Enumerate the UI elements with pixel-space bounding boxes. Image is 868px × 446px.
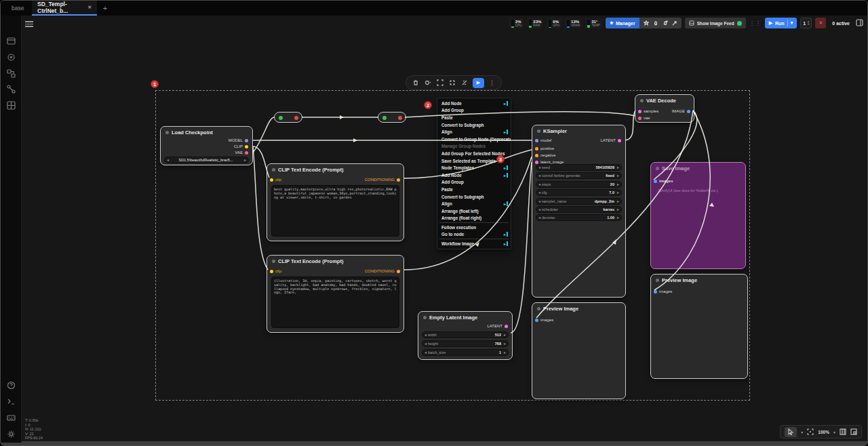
menu-item-go-to-node[interactable]: Go to node▸ — [437, 231, 511, 239]
increment-icon[interactable]: ▸ — [617, 182, 619, 186]
menu-item-arrange-float-left[interactable]: Arrange (float left) — [437, 207, 511, 215]
menu-item-add-group-2[interactable]: Add Group — [437, 179, 511, 186]
minimap-toggle-icon[interactable] — [850, 426, 857, 438]
increment-icon[interactable]: ▸ — [617, 174, 619, 178]
input-images[interactable]: images — [654, 179, 673, 183]
menu-item-align-2[interactable]: Align▸ — [437, 200, 511, 207]
output-conditioning[interactable]: CONDITIONING — [365, 269, 400, 273]
collapsed-node-2[interactable] — [378, 112, 406, 123]
color-circle-icon[interactable] — [424, 79, 431, 87]
bell-alert-icon[interactable] — [663, 20, 668, 26]
decrement-icon[interactable]: ◂ — [538, 199, 540, 203]
prompt-textarea[interactable]: illustration, 3d, sepia, painting, carto… — [271, 277, 399, 328]
collapse-dot-icon[interactable] — [537, 307, 540, 310]
collapse-icon[interactable] — [448, 79, 456, 87]
tab-base[interactable]: base — [6, 1, 32, 16]
decrement-icon[interactable]: ◂ — [425, 342, 427, 346]
menu-item-workflow-image[interactable]: Workflow Image▸ — [437, 240, 511, 247]
output-latent[interactable]: LATENT — [487, 324, 508, 328]
unlink-icon[interactable] — [460, 79, 468, 87]
input-samples[interactable]: samples — [638, 109, 658, 113]
input-clip[interactable]: clip — [270, 269, 281, 273]
sidebar-node-library-icon[interactable] — [6, 52, 16, 62]
node-clip-text-encode-negative[interactable]: CLIP Text Encode (Prompt) clip CONDITION… — [267, 255, 404, 333]
control-before-generate-widget[interactable]: ◂ control before generate fixed ▸ — [536, 172, 622, 179]
menu-item-add-group[interactable]: Add Group — [437, 107, 511, 115]
output-latent[interactable]: LATENT — [600, 138, 621, 142]
node-preview-image-mid[interactable]: Preview Image images — [532, 302, 626, 399]
run-button[interactable]: ▶ Run ▾ — [765, 18, 797, 28]
menu-item-convert-to-subgraph-2[interactable]: Convert to Subgraph — [437, 193, 511, 201]
delete-icon[interactable] — [412, 79, 419, 87]
zoom-level[interactable]: 100% — [818, 430, 829, 434]
increment-icon[interactable]: ▸ — [617, 199, 619, 203]
collapse-dot-icon[interactable] — [165, 131, 169, 134]
run-selected-button[interactable]: ▶ — [473, 78, 484, 88]
sidebar-templates-icon[interactable] — [6, 100, 16, 110]
increment-icon[interactable]: ▸ — [504, 350, 506, 354]
pointer-tool-options-icon[interactable]: ▾ — [801, 430, 803, 434]
sidebar-terminal-icon[interactable] — [6, 397, 16, 407]
width-widget[interactable]: ◂ width 512 ▸ — [422, 331, 509, 338]
bell-icon[interactable] — [653, 20, 658, 26]
denoise-widget[interactable]: ◂ denoise 1.00 ▸ — [536, 214, 622, 221]
input-dot[interactable] — [279, 116, 283, 120]
input-images[interactable]: images — [654, 289, 672, 293]
toggle-panel-icon[interactable] — [856, 17, 863, 29]
output-image[interactable]: IMAGE — [672, 109, 690, 113]
node-ksampler[interactable]: KSampler LATENT model positive negative … — [532, 125, 626, 298]
seed-widget[interactable]: ◂ seed 584105828 ▸ — [536, 164, 622, 171]
output-model[interactable]: MODEL — [229, 138, 248, 142]
menu-item-follow-execution[interactable]: Follow execution — [437, 224, 511, 231]
node-empty-latent-image[interactable]: Empty Latent Image LATENT ◂ width 512 ▸ … — [418, 311, 513, 360]
height-widget[interactable]: ◂ height 768 ▸ — [422, 340, 509, 347]
decrement-icon[interactable]: ◂ — [425, 350, 427, 354]
node-load-checkpoint[interactable]: Load Checkpoint MODEL CLIP VAE ◂ SD1.5\b… — [160, 126, 253, 165]
output-clip[interactable]: CLIP — [234, 144, 248, 148]
collapse-dot-icon[interactable] — [272, 168, 275, 171]
menu-item-node-templates[interactable]: Node Templates▸ — [437, 164, 511, 171]
output-dot[interactable] — [294, 116, 298, 120]
drag-handle-icon[interactable]: ⋮⋮ — [749, 20, 762, 26]
grid-toggle-icon[interactable] — [840, 426, 846, 438]
input-negative[interactable]: negative — [535, 153, 556, 157]
scheduler-widget[interactable]: ◂ scheduler karras ▸ — [536, 206, 622, 213]
pointer-tool-button[interactable] — [785, 427, 797, 437]
menu-item-arrange-float-right[interactable]: Arrange (float right) — [437, 215, 511, 222]
sidebar-settings-icon[interactable] — [6, 429, 16, 439]
node-vae-decode[interactable]: VAE Decode samples vae IMAGE — [635, 94, 694, 123]
decrement-icon[interactable]: ◂ — [538, 190, 540, 195]
fit-view-icon[interactable] — [807, 426, 814, 438]
increment-icon[interactable]: ▸ — [617, 190, 619, 195]
sidebar-model-library-icon[interactable] — [6, 68, 16, 79]
input-images[interactable]: images — [535, 318, 553, 322]
node-preview-image-right[interactable]: Preview Image images — [650, 274, 748, 379]
output-conditioning[interactable]: CONDITIONING — [365, 178, 400, 182]
sidebar-custom-nodes-icon[interactable] — [6, 84, 16, 94]
collapse-dot-icon[interactable] — [656, 167, 659, 170]
decrement-icon[interactable]: ◂ — [538, 207, 540, 211]
sidebar-help-icon[interactable] — [6, 380, 16, 390]
input-clip[interactable]: clip — [270, 178, 281, 182]
collapsed-node-1[interactable] — [274, 112, 302, 123]
close-tab-icon[interactable]: ✕ — [87, 5, 92, 10]
collapse-dot-icon[interactable] — [640, 99, 644, 102]
more-options-icon[interactable]: ⋮ — [489, 79, 495, 86]
node-clip-text-encode-positive[interactable]: CLIP Text Encode (Prompt) clip CONDITION… — [267, 163, 404, 241]
decrement-icon[interactable]: ◂ — [538, 165, 540, 169]
steps-widget[interactable]: ◂ steps 20 ▸ — [536, 181, 622, 188]
sampler-name-widget[interactable]: ◂ sampler_name dpmpp_2m ▸ — [536, 198, 622, 205]
tab-active-workflow[interactable]: SD_Templ-CtrlNet_b... ✕ — [32, 1, 97, 16]
increment-icon[interactable]: ▸ — [617, 165, 619, 169]
input-dot[interactable] — [382, 116, 387, 120]
menu-item-paste[interactable]: Paste — [437, 114, 511, 121]
collapse-dot-icon[interactable] — [423, 316, 427, 319]
batch-count-stepper[interactable]: 1 ▴▾ — [800, 18, 812, 28]
show-image-feed-button[interactable]: Show Image Feed — [685, 18, 746, 28]
share-icon[interactable] — [672, 20, 677, 26]
input-vae[interactable]: vae — [638, 116, 650, 120]
input-model[interactable]: model — [535, 138, 551, 142]
frame-icon[interactable] — [436, 79, 443, 87]
run-options-icon[interactable]: ▾ — [791, 20, 793, 26]
increment-icon[interactable]: ▸ — [617, 207, 619, 211]
